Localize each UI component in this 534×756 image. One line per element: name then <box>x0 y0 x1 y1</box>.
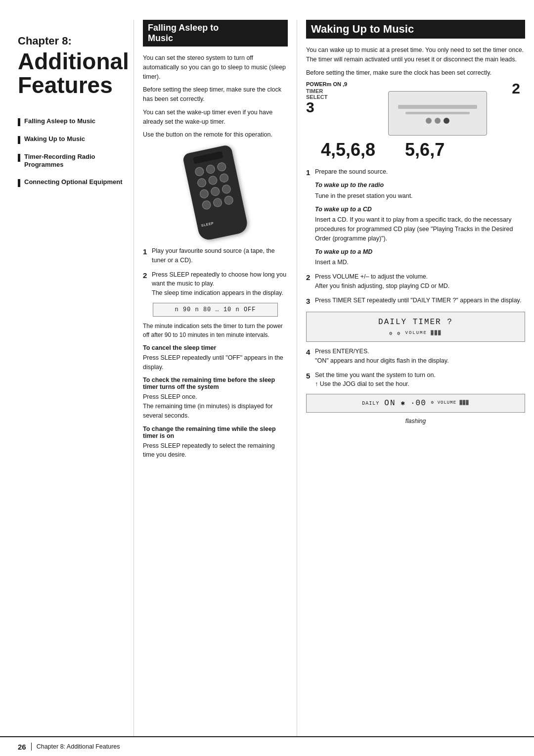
right-step-2: 2 Press VOLUME +/– to adjust the volume.… <box>306 272 525 291</box>
right-step-3-text: Press TIMER SET repeatedly until "DAILY … <box>315 296 521 305</box>
daily-label: DAILY <box>362 400 379 407</box>
device-diagram: POWERm ON ,9 TIMERSELECT 3 2 <box>306 81 525 136</box>
step-1-text: Play your favourite sound source (a tape… <box>152 246 288 265</box>
change-heading: To change the remaining time while the s… <box>143 425 288 439</box>
right-column: Waking Up to Music You can wake up to mu… <box>297 20 534 736</box>
right-step-5-text: Set the time you want the system to turn… <box>315 371 436 389</box>
right-step-2-num: 2 <box>306 272 312 284</box>
remote-btn <box>223 195 233 205</box>
toc-item-4: Connecting Optional Equipment <box>18 178 124 187</box>
remote-btn <box>201 200 211 210</box>
mid-intro-2: Before setting the sleep timer, make sur… <box>143 85 288 104</box>
num-3: 3 <box>306 100 347 115</box>
right-intro-1: You can wake up to music at a preset tim… <box>306 46 525 64</box>
toc-bar <box>18 136 20 144</box>
asterisk-icon: ✱ <box>401 398 405 409</box>
toc-item-1: Falling Asleep to Music <box>18 117 124 126</box>
main-content: Chapter 8: AdditionalFeatures Falling As… <box>0 0 534 736</box>
right-section-title: Waking Up to Music <box>306 20 525 39</box>
toc-bar <box>18 118 20 126</box>
remote-btn-grid <box>185 160 243 212</box>
device-slot-2 <box>405 112 470 114</box>
right-step-5-num: 5 <box>306 371 312 382</box>
remote-top <box>193 151 223 164</box>
chapter-title: AdditionalFeatures <box>18 49 124 97</box>
daily-timer-icons: ⚙ ⚙ VOLUME ▓▓▓ <box>389 330 442 337</box>
device-slot-1 <box>398 105 477 109</box>
toc-item-3: Timer-Recording Radio Programmes <box>18 153 124 170</box>
change-body: Press SLEEP repeatedly to select the rem… <box>143 441 288 460</box>
right-steps: 1 Prepare the sound source. To wake up t… <box>306 167 525 425</box>
toc-bar <box>18 154 20 162</box>
remote-btn <box>210 186 220 196</box>
wake-md-heading: To wake up to a MD <box>315 247 525 257</box>
remote-btn <box>216 162 226 172</box>
right-step-4: 4 Press ENTER/YES."ON" appears and hour … <box>306 347 525 366</box>
label-group-left: POWERm ON ,9 TIMERSELECT 3 <box>306 81 347 115</box>
right-step-1-num: 1 <box>306 167 312 179</box>
on-display: DAILY ON ✱ ·00 ⚙ VOLUME ▓▓▓ <box>306 394 525 413</box>
left-column: Chapter 8: AdditionalFeatures Falling As… <box>0 20 134 736</box>
power-on-label: POWERm ON ,9 <box>306 81 347 87</box>
page-footer: 26 Chapter 8: Additional Features <box>0 736 534 756</box>
mid-section-title: Falling Asleep toMusic <box>143 20 288 47</box>
right-step-1-text: Prepare the sound source. <box>315 168 388 175</box>
device-box-area: 2 <box>350 81 525 136</box>
remote-btn <box>212 197 222 208</box>
device-btns <box>426 118 449 124</box>
check-body: Press SLEEP once.The remaining time (in … <box>143 392 288 420</box>
remote-container: SLEEP <box>143 148 288 237</box>
wake-md-text: Insert a MD. <box>315 258 525 267</box>
flashing-label: flashing <box>306 417 525 425</box>
right-step-4-text: Press ENTER/YES."ON" appears and hour di… <box>315 347 449 366</box>
wake-cd-text: Insert a CD. If you want it to play from… <box>315 215 525 243</box>
remote-btn <box>221 184 231 194</box>
mid-section-body: You can set the stereo system to turn of… <box>143 53 288 140</box>
bottom-num-right: 5,6,7 <box>405 140 445 160</box>
timer-label-text: VOLUME ▓▓▓ <box>405 330 442 337</box>
mid-intro-3: You can set the wake-up timer even if yo… <box>143 108 288 127</box>
right-step-1: 1 Prepare the sound source. To wake up t… <box>306 167 525 267</box>
right-step-3: 3 Press TIMER SET repeatedly until "DAIL… <box>306 296 525 307</box>
device-btn <box>435 118 441 124</box>
daily-timer-text: DAILY TIMER ? <box>378 316 453 328</box>
step-2: 2 Press SLEEP repeatedly to choose how l… <box>143 270 288 298</box>
mid-column: Falling Asleep toMusic You can set the s… <box>134 20 297 736</box>
remote-btn <box>199 189 209 199</box>
step-2-text: Press SLEEP repeatedly to choose how lon… <box>152 270 288 298</box>
mid-intro-1: You can set the stereo system to turn of… <box>143 53 288 81</box>
step-2-num: 2 <box>143 270 149 282</box>
remote-btn <box>219 173 229 183</box>
minute-note: The minute indication sets the timer to … <box>143 322 288 339</box>
footer-divider <box>31 743 32 751</box>
toc-item-2: Waking Up to Music <box>18 135 124 144</box>
device-btn <box>426 118 432 124</box>
num-2: 2 <box>512 81 520 96</box>
volume-bar: ⚙ VOLUME ▓▓▓ <box>431 400 469 407</box>
remote-illustration: SLEEP <box>182 144 249 242</box>
toc-bar <box>18 179 20 187</box>
check-heading: To check the remaining time before the s… <box>143 377 288 390</box>
timer-select-label: TIMERSELECT <box>306 88 347 100</box>
cancel-body: Press SLEEP repeatedly until "OFF" appea… <box>143 353 288 372</box>
page-number: 26 <box>18 743 26 751</box>
chapter-label: Chapter 8: <box>18 35 124 47</box>
daily-timer-display: DAILY TIMER ? ⚙ ⚙ VOLUME ▓▓▓ <box>306 312 525 342</box>
device-illustration <box>388 91 487 136</box>
right-intro-2: Before setting the timer, make sure the … <box>306 68 525 78</box>
bottom-num-left: 4,5,6,8 <box>321 140 375 160</box>
wake-cd-heading: To wake up to a CD <box>315 205 525 214</box>
toc-list: Falling Asleep to Music Waking Up to Mus… <box>18 117 124 188</box>
step-1: 1 Play your favourite sound source (a ta… <box>143 246 288 265</box>
bottom-numbers: 4,5,6,8 5,6,7 <box>321 140 525 160</box>
remote-btn <box>207 175 218 186</box>
steps-list: 1 Play your favourite sound source (a ta… <box>143 246 288 298</box>
timer-icon-1: ⚙ <box>389 330 393 337</box>
remote-btn <box>194 166 204 177</box>
remote-btn <box>196 178 207 188</box>
time-display: ·00 <box>410 397 426 409</box>
footer-text: Chapter 8: Additional Features <box>37 743 120 750</box>
cancel-heading: To cancel the sleep timer <box>143 344 288 351</box>
right-section-body: You can wake up to music at a preset tim… <box>306 46 525 77</box>
page-layout: Chapter 8: AdditionalFeatures Falling As… <box>0 0 534 756</box>
